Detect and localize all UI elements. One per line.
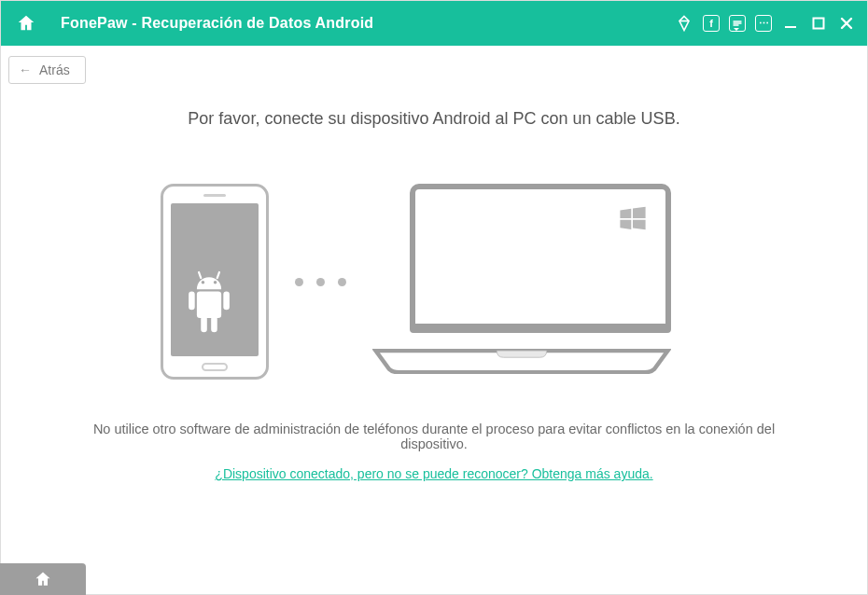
headline: Por favor, conecte su dispositivo Androi…	[38, 109, 830, 129]
android-icon	[176, 270, 242, 345]
maximize-button[interactable]	[809, 14, 828, 33]
home-button[interactable]	[14, 11, 38, 35]
notice-text: No utilice otro software de administraci…	[61, 422, 807, 451]
close-button[interactable]	[837, 14, 856, 33]
footer-home-button[interactable]	[0, 563, 86, 595]
laptop-illustration	[372, 184, 708, 380]
svg-rect-7	[201, 316, 207, 333]
home-icon	[34, 570, 52, 588]
premium-icon[interactable]	[675, 14, 693, 33]
help-link[interactable]: ¿Dispositivo conectado, pero no se puede…	[215, 466, 652, 481]
connection-dots	[295, 278, 346, 286]
svg-rect-4	[196, 292, 220, 318]
svg-point-2	[201, 281, 204, 284]
svg-rect-5	[189, 292, 195, 311]
svg-rect-9	[197, 271, 202, 280]
titlebar: FonePaw - Recuperación de Datos Android …	[1, 1, 867, 46]
svg-rect-8	[211, 316, 217, 333]
window-controls: f ⋯	[675, 14, 856, 33]
home-icon	[16, 13, 36, 34]
svg-rect-10	[216, 271, 220, 280]
phone-illustration	[161, 184, 269, 380]
feedback-icon[interactable]	[729, 15, 746, 32]
svg-point-3	[213, 281, 217, 284]
svg-rect-1	[814, 19, 824, 29]
more-icon[interactable]: ⋯	[755, 15, 772, 32]
connect-illustration	[38, 179, 830, 384]
back-button-label: Atrás	[39, 62, 70, 77]
main-content: Por favor, conecte su dispositivo Androi…	[1, 87, 867, 482]
minimize-button[interactable]	[781, 14, 800, 33]
windows-icon	[617, 202, 649, 234]
svg-rect-6	[223, 292, 230, 311]
arrow-left-icon: ←	[19, 62, 32, 77]
svg-rect-0	[785, 26, 796, 28]
back-button[interactable]: ← Atrás	[8, 56, 86, 84]
app-title: FonePaw - Recuperación de Datos Android	[61, 15, 373, 32]
toolbar: ← Atrás	[1, 46, 867, 87]
facebook-icon[interactable]: f	[703, 15, 720, 32]
